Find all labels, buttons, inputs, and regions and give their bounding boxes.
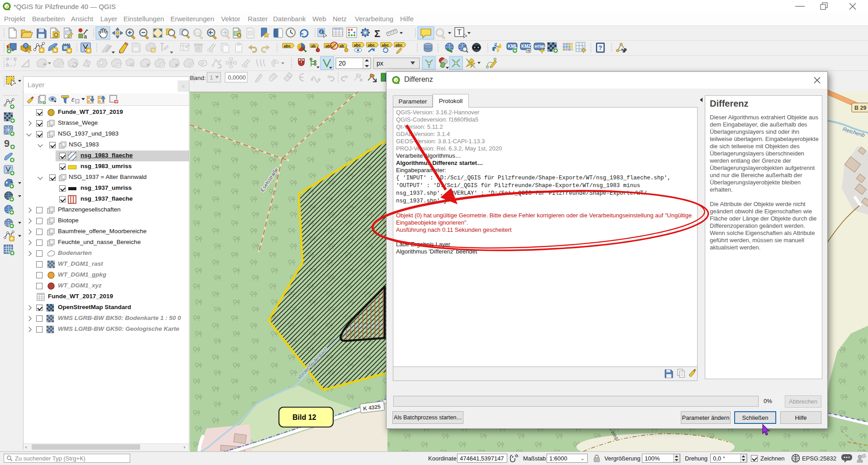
svg-text:ab: ab	[340, 44, 344, 48]
svg-text:a: a	[84, 33, 87, 40]
svg-text:T: T	[457, 28, 462, 36]
svg-text:0,0000: 0,0000	[228, 74, 246, 81]
svg-text:1: 1	[210, 74, 213, 81]
svg-text:Bild 12: Bild 12	[292, 413, 316, 421]
svg-text:1:1: 1:1	[195, 31, 200, 35]
svg-text:Band:: Band:	[190, 75, 206, 81]
svg-text:?: ?	[599, 44, 602, 51]
svg-text:B 29: B 29	[854, 105, 866, 111]
svg-text:Σ: Σ	[374, 28, 380, 39]
svg-text:px: px	[377, 60, 383, 67]
svg-text:ε: ε	[71, 95, 75, 103]
svg-text:ab: ab	[311, 44, 316, 48]
svg-text:HTML: HTML	[535, 44, 546, 49]
svg-text:KML: KML	[508, 44, 518, 49]
svg-text:9: 9	[4, 138, 9, 149]
svg-text:KMZ: KMZ	[521, 44, 531, 49]
svg-text:i: i	[321, 29, 322, 34]
svg-text:20: 20	[339, 60, 346, 67]
